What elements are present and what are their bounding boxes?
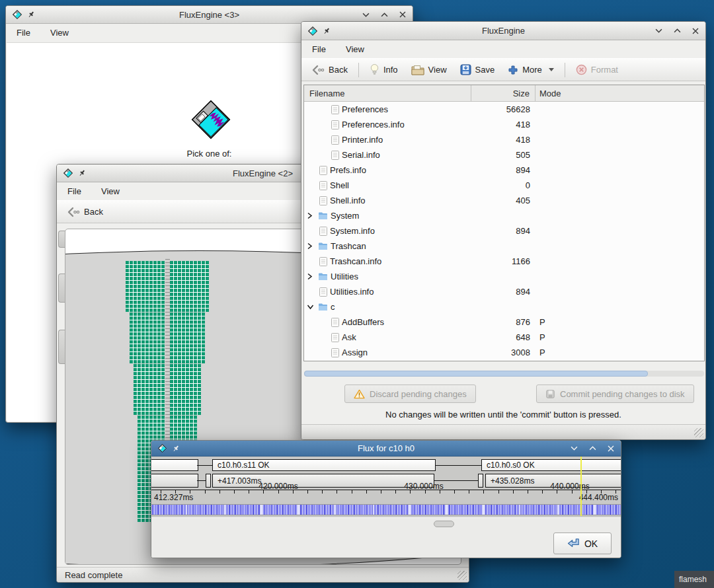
expand-arrow-icon[interactable]	[307, 242, 313, 250]
menu-view[interactable]: View	[50, 28, 69, 38]
expand-arrow-icon[interactable]	[307, 212, 313, 219]
scrollbar-thumb[interactable]	[304, 371, 648, 377]
file-size: 418	[471, 120, 536, 129]
collapse-arrow-icon[interactable]	[307, 304, 314, 310]
menu-view[interactable]: View	[101, 186, 120, 196]
table-row[interactable]: Utilities.info894	[304, 284, 704, 299]
minimize-icon[interactable]	[654, 27, 662, 35]
file-name-cell: Trashcan.info	[304, 256, 471, 266]
file-name-cell: Utilities	[304, 272, 471, 281]
maximize-icon[interactable]	[380, 11, 388, 18]
file-name-cell: Preferences.info	[304, 120, 471, 129]
file-icon	[319, 227, 327, 236]
table-row[interactable]: Ask648P	[304, 330, 704, 345]
maximize-icon[interactable]	[588, 445, 596, 453]
close-icon[interactable]	[607, 445, 615, 453]
table-row[interactable]: Utilities	[304, 269, 704, 284]
maximize-icon[interactable]	[673, 27, 681, 35]
table-row[interactable]: Printer.info418	[304, 132, 704, 147]
scroll-handle[interactable]	[434, 521, 454, 527]
column-header-size[interactable]: Size	[471, 85, 536, 101]
file-name-cell: c	[304, 302, 471, 312]
table-row[interactable]: c	[304, 299, 704, 314]
sector-box[interactable]: c10.h0.s0 OK	[481, 459, 621, 471]
format-button[interactable]: Format	[570, 61, 624, 78]
file-name: Trashcan.info	[330, 256, 381, 266]
file-name-cell: System.info	[304, 226, 471, 236]
flux-view[interactable]: c10.h0.s11 OK c10.h0.s0 OK +417.003ms +4…	[151, 457, 621, 558]
table-header[interactable]: Filename Size Mode	[304, 85, 704, 102]
sector-block-group-left	[134, 364, 165, 415]
titlebar[interactable]: FluxEngine	[301, 22, 705, 40]
view-label: View	[428, 65, 447, 75]
table-row[interactable]: Trashcan	[304, 239, 704, 254]
save-button[interactable]: Save	[454, 61, 501, 78]
dropdown-caret-icon[interactable]	[549, 68, 554, 71]
menu-file[interactable]: File	[67, 186, 81, 196]
more-button[interactable]: More	[502, 62, 560, 78]
table-row[interactable]: Shell.info405	[304, 193, 704, 208]
record-marker-box[interactable]	[478, 474, 483, 488]
file-icon	[319, 287, 327, 297]
menu-file[interactable]: File	[312, 44, 326, 54]
column-header-mode[interactable]: Mode	[536, 85, 704, 101]
file-size: 3008	[471, 348, 536, 357]
resize-grip[interactable]	[457, 571, 467, 580]
pin-icon[interactable]	[27, 11, 35, 18]
expand-arrow-icon[interactable]	[307, 273, 313, 280]
flux-density-strip[interactable]	[151, 504, 621, 515]
table-row[interactable]: Shell0	[304, 178, 704, 193]
file-name: Prefs.info	[330, 165, 366, 175]
discard-changes-button[interactable]: Discard pending changes	[344, 385, 476, 403]
sector-box[interactable]: c10.h0.s11 OK	[212, 459, 436, 471]
horizontal-scrollbar[interactable]	[304, 371, 704, 377]
table-row[interactable]: Serial.info505	[304, 147, 704, 163]
info-button[interactable]: Info	[364, 61, 404, 79]
record-box-partial[interactable]	[151, 474, 198, 488]
file-name-cell: Shell.info	[304, 196, 471, 205]
timeline-major-label: 430.000ms	[404, 482, 443, 491]
flameshot-tray-label[interactable]: flamesh	[674, 571, 714, 588]
table-row[interactable]: Prefs.info894	[304, 163, 704, 178]
menu-view[interactable]: View	[346, 44, 364, 54]
file-icon	[331, 151, 339, 160]
toolbar-separator	[358, 63, 359, 77]
ok-label: OK	[584, 538, 598, 549]
record-box[interactable]: +417.003ms	[212, 474, 434, 488]
table-row[interactable]: Preferences.info418	[304, 117, 704, 132]
file-name: Printer.info	[342, 135, 383, 145]
table-row[interactable]: System.info894	[304, 223, 704, 239]
column-header-filename[interactable]: Filename	[304, 85, 471, 101]
pin-icon[interactable]	[172, 445, 180, 453]
table-row[interactable]: Assign3008P	[304, 345, 704, 360]
commit-changes-button[interactable]: Commit pending changes to disk	[536, 385, 694, 403]
table-row[interactable]: Preferences56628	[304, 102, 704, 117]
file-name: c	[331, 302, 335, 312]
table-row[interactable]: AddBuffers876P	[304, 314, 704, 330]
save-label: Save	[475, 65, 495, 75]
sector-box-partial[interactable]	[151, 459, 198, 471]
pin-icon[interactable]	[323, 27, 331, 35]
menu-file[interactable]: File	[17, 28, 30, 38]
file-name-cell: Ask	[304, 332, 471, 342]
table-row[interactable]: Trashcan.info1166	[304, 254, 704, 269]
info-label: Info	[383, 65, 398, 75]
minimize-icon[interactable]	[570, 445, 578, 453]
view-button[interactable]: View	[405, 62, 453, 78]
back-button[interactable]: Back	[305, 62, 354, 78]
ok-button[interactable]: OK	[553, 533, 612, 554]
back-button[interactable]: Back	[61, 204, 109, 220]
commit-note: No changes will be written until the 'co…	[301, 410, 705, 420]
file-name: System.info	[330, 226, 375, 236]
format-label: Format	[591, 65, 618, 75]
file-name: Utilities	[331, 272, 358, 281]
pin-icon[interactable]	[78, 169, 86, 177]
file-name: Preferences.info	[342, 120, 405, 129]
close-icon[interactable]	[692, 27, 699, 35]
close-icon[interactable]	[399, 11, 407, 18]
titlebar[interactable]: Flux for c10 h0	[151, 441, 621, 457]
record-marker-box[interactable]	[206, 474, 211, 488]
resize-grip[interactable]	[694, 428, 703, 437]
table-row[interactable]: System	[304, 208, 704, 223]
minimize-icon[interactable]	[362, 11, 370, 18]
